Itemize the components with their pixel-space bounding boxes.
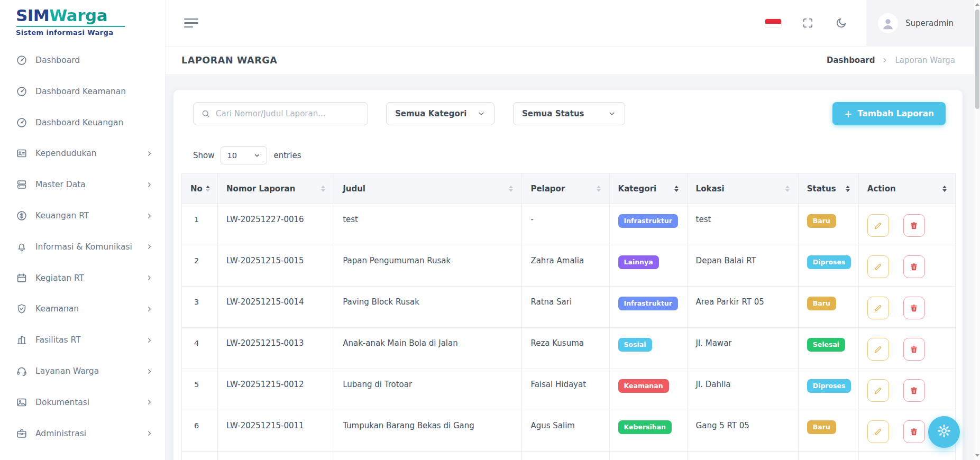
delete-button[interactable] [903,297,925,319]
scrollbar-thumb[interactable] [975,10,979,109]
cell-no: 2 [182,245,218,287]
status-filter-select[interactable]: Semua Status [513,102,625,125]
row-actions [867,379,947,402]
settings-fab[interactable] [928,416,960,448]
sidebar-item-layanan-warga[interactable]: Layanan Warga [0,356,165,387]
category-filter-select[interactable]: Semua Kategori [386,102,494,125]
app-tagline: Sistem informasi Warga [16,29,165,36]
table-row: 4LW-20251215-0013Anak-anak Main Bola di … [182,328,956,369]
cell-action [858,287,955,328]
sidebar-item-kegiatan-rt[interactable]: Kegiatan RT [0,262,165,293]
app-logo[interactable]: SIMWarga Sistem informasi Warga [0,0,165,36]
column-header-action[interactable]: Action [858,174,955,204]
column-header-nomor-laporan[interactable]: Nomor Laporan [218,174,334,204]
database-icon [16,179,28,190]
delete-button[interactable] [903,420,925,443]
sidebar-item-dashboard[interactable]: Dashboard [0,45,165,76]
moon-icon[interactable] [834,16,848,30]
sidebar-item-keuangan-rt[interactable]: Keuangan RT [0,200,165,232]
edit-button[interactable] [867,379,889,402]
sidebar-item-kependudukan[interactable]: Kependudukan [0,138,165,169]
cell-action [858,369,955,410]
column-header-lokasi[interactable]: Lokasi [687,174,798,204]
delete-button[interactable] [903,338,925,361]
search-input[interactable] [216,109,361,118]
column-label: Kategori [618,184,657,194]
gauge-icon [16,117,28,128]
column-header-pelapor[interactable]: Pelapor [522,174,609,204]
building-icon [16,334,28,346]
add-laporan-button[interactable]: + Tambah Laporan [832,102,946,125]
fullscreen-icon[interactable] [801,16,814,30]
username: Superadmin [905,19,954,28]
chevron-down-icon [253,152,261,159]
page-size-value: 10 [227,151,236,160]
edit-button[interactable] [867,297,889,319]
column-header-status[interactable]: Status [798,174,858,204]
edit-button[interactable] [867,338,889,361]
sidebar-item-master-data[interactable]: Master Data [0,169,165,200]
sidebar-item-administrasi[interactable]: Administrasi [0,418,165,449]
cell-nomor-laporan: LW-20251215-0011 [218,410,334,452]
table-row: 1LW-20251227-0016test-InfrastrukturtestB… [182,204,956,245]
table-row: 5LW-20251215-0012Lubang di TrotoarFaisal… [182,369,956,410]
sidebar-item-fasilitas-rt[interactable]: Fasilitas RT [0,325,165,356]
calendar-icon [16,272,28,284]
scrollbar-up-arrow[interactable] [975,3,979,6]
cell-nomor-laporan: LW-20251215-0015 [218,245,334,287]
delete-button[interactable] [903,379,925,402]
chevron-right-icon [145,398,153,406]
menu-toggle-icon[interactable] [184,19,198,28]
sidebar-item-dokumentasi[interactable]: Dokumentasi [0,387,165,418]
cell-lokasi: Jl. Mawar [687,328,798,369]
row-actions [867,214,947,237]
row-actions [867,338,947,361]
search-box [193,102,368,125]
sidebar-item-informasi-komunikasi[interactable]: Informasi & Komunikasi [0,231,165,262]
sidebar-item-keamanan[interactable]: Keamanan [0,293,165,325]
edit-button[interactable] [867,420,889,443]
chevron-right-icon [145,150,153,158]
scrollbar-down-arrow[interactable] [975,454,979,457]
row-actions [867,297,947,319]
chevron-right-icon [145,305,153,313]
user-menu[interactable]: Superadmin [866,0,980,47]
sidebar-item-dashboard-keuangan[interactable]: Dashboard Keuangan [0,107,165,138]
gauge-icon [16,86,28,97]
sidebar-item-label: Dashboard Keuangan [35,118,123,127]
cell-nomor-laporan: LW-20251215-0013 [218,328,334,369]
breadcrumb-parent[interactable]: Dashboard [827,56,875,65]
kategori-badge: Lainnya [618,255,659,269]
status-badge: Diproses [807,379,851,393]
cell-judul: Paving Block Rusak [334,287,522,328]
edit-button[interactable] [867,255,889,278]
cell-no: 1 [182,204,218,245]
logo-divider [16,26,125,27]
indonesia-flag-icon[interactable] [765,19,781,27]
table-row-partial [182,452,956,460]
kategori-badge: Infrastruktur [618,297,678,310]
column-header-kategori[interactable]: Kategori [609,174,687,204]
chevron-right-icon [145,181,153,189]
sidebar-item-dashboard-keamanan[interactable]: Dashboard Keamanan [0,76,165,107]
cell-pelapor: Agus Salim [522,410,609,452]
laporan-table: NoNomor LaporanJudulPelaporKategoriLokas… [181,173,956,460]
cell-no: 4 [182,328,218,369]
cell-pelapor: - [522,204,609,245]
logo-primary: SIM [16,6,49,25]
cell-action [858,452,955,460]
delete-button[interactable] [903,255,925,278]
table-header-row: NoNomor LaporanJudulPelaporKategoriLokas… [182,174,956,204]
cell-status: Diproses [798,245,858,287]
page-scrollbar[interactable] [974,0,980,460]
column-header-judul[interactable]: Judul [334,174,522,204]
column-header-no[interactable]: No [182,174,218,204]
page-size-select[interactable]: 10 [221,146,267,164]
status-badge: Baru [807,420,836,434]
edit-button[interactable] [867,214,889,237]
sort-icon [942,186,947,192]
delete-button[interactable] [903,214,925,237]
cell-pelapor: Reza Kusuma [522,328,609,369]
cell-pelapor: Faisal Hidayat [522,369,609,410]
column-label: Nomor Laporan [226,184,295,194]
